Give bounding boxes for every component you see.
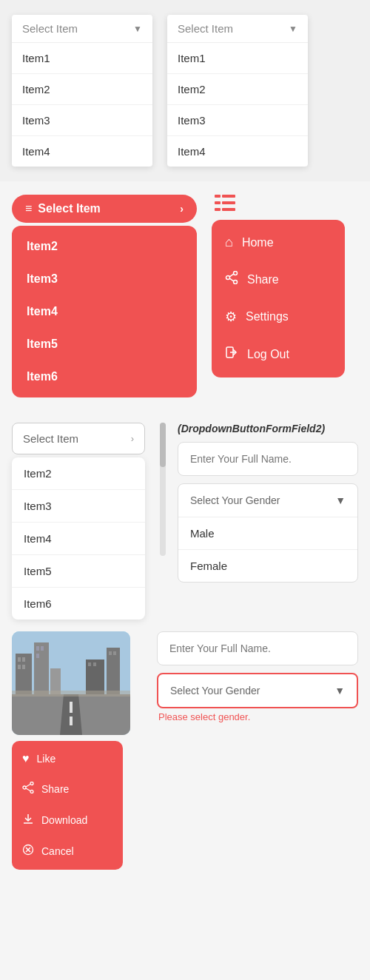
outlined-item-4[interactable]: Item5 <box>12 555 145 588</box>
gender-dropdown-label: Select Your Gender <box>190 494 280 506</box>
scrollbar[interactable] <box>160 423 166 556</box>
red-dropdown-container: ≡ Select Item › Item2 Item3 Item4 Item5 … <box>12 195 197 397</box>
svg-rect-3 <box>222 201 235 204</box>
dropdown-1-item-1[interactable]: Item1 <box>12 43 152 74</box>
scroll-thumb <box>160 423 166 467</box>
dropdown-2-arrow: ▼ <box>289 24 297 34</box>
list-icon: ≡ <box>25 202 32 215</box>
gender-error-label: Select Your Gender <box>170 685 260 697</box>
dropdown-2-header[interactable]: Select Item ▼ <box>167 15 308 43</box>
svg-rect-28 <box>88 662 91 666</box>
right-error-form: Select Your Gender ▼ Please select gende… <box>157 631 358 722</box>
share-icon <box>225 271 238 288</box>
section-image-actions: ♥ Like Share <box>0 631 370 882</box>
action-menu: ♥ Like Share <box>12 741 123 870</box>
left-outlined-dropdown: Select Item › Item2 Item3 Item4 Item5 It… <box>12 423 145 620</box>
gender-dropdown-header[interactable]: Select Your Gender ▼ <box>178 484 357 517</box>
red-dropdown-header[interactable]: ≡ Select Item › <box>12 195 197 223</box>
outlined-item-2[interactable]: Item3 <box>12 490 145 523</box>
gender-dropdown[interactable]: Select Your Gender ▼ Male Female <box>178 483 358 583</box>
svg-rect-24 <box>36 646 39 651</box>
red-item-4[interactable]: Item5 <box>12 328 197 360</box>
action-download-label: Download <box>41 814 87 826</box>
menu-item-settings[interactable]: ⚙ Settings <box>212 298 345 335</box>
svg-point-37 <box>30 791 33 793</box>
svg-rect-19 <box>18 657 21 662</box>
white-dropdown-2[interactable]: Select Item ▼ Item1 Item2 Item3 Item4 <box>167 15 308 167</box>
outlined-dropdown-chevron: › <box>131 433 134 444</box>
svg-rect-31 <box>109 651 112 655</box>
svg-rect-16 <box>70 702 73 713</box>
action-like[interactable]: ♥ Like <box>12 744 123 773</box>
dropdown-2-item-2[interactable]: Item2 <box>167 74 308 105</box>
dropdown-1-item-4[interactable]: Item4 <box>12 136 152 167</box>
svg-rect-26 <box>36 654 39 658</box>
action-share[interactable]: Share <box>12 773 123 805</box>
dropdown-1-item-3[interactable]: Item3 <box>12 105 152 136</box>
outlined-dropdown-label: Select Item <box>23 432 78 445</box>
dropdown-2-label: Select Item <box>178 22 233 35</box>
dropdown-2-item-4[interactable]: Item4 <box>167 136 308 167</box>
dropdown-1-item-2[interactable]: Item2 <box>12 74 152 105</box>
outlined-item-5[interactable]: Item6 <box>12 588 145 620</box>
svg-point-7 <box>226 276 230 280</box>
full-name-input-2[interactable] <box>157 631 358 665</box>
svg-line-38 <box>26 785 30 788</box>
outlined-item-3[interactable]: Item4 <box>12 523 145 555</box>
section-form: Select Item › Item2 Item3 Item4 Item5 It… <box>0 411 370 631</box>
red-item-1[interactable]: Item2 <box>12 230 197 263</box>
red-item-3[interactable]: Item4 <box>12 295 197 328</box>
gender-error-dropdown[interactable]: Select Your Gender ▼ <box>157 673 358 708</box>
cancel-icon <box>22 844 34 859</box>
red-dropdown-body: Item2 Item3 Item4 Item5 Item6 <box>12 226 197 397</box>
menu-logout-label: Log Out <box>247 348 289 361</box>
menu-item-home[interactable]: ⌂ Home <box>212 224 345 261</box>
dropdown-1-header[interactable]: Select Item ▼ <box>12 15 152 43</box>
svg-rect-34 <box>12 691 130 697</box>
menu-share-label: Share <box>247 273 279 286</box>
menu-item-logout[interactable]: Log Out <box>212 335 345 373</box>
svg-point-6 <box>234 272 238 275</box>
action-share-label: Share <box>41 783 69 795</box>
right-form: (DropdownButtonFormField2) Select Your G… <box>178 423 358 585</box>
action-cancel[interactable]: Cancel <box>12 836 123 867</box>
gender-option-female[interactable]: Female <box>178 550 357 582</box>
red-item-2[interactable]: Item3 <box>12 263 197 295</box>
svg-rect-1 <box>222 195 235 198</box>
share-action-icon <box>22 782 34 796</box>
action-download[interactable]: Download <box>12 805 123 836</box>
red-item-5[interactable]: Item6 <box>12 360 197 393</box>
menu-settings-label: Settings <box>246 310 289 323</box>
menu-home-label: Home <box>242 236 274 249</box>
home-icon: ⌂ <box>225 235 233 250</box>
svg-rect-21 <box>18 665 21 669</box>
svg-rect-32 <box>113 651 116 655</box>
svg-point-8 <box>234 281 238 284</box>
settings-icon: ⚙ <box>225 309 237 325</box>
section-white-dropdowns: Select Item ▼ Item1 Item2 Item3 Item4 Se… <box>0 0 370 181</box>
gender-dropdown-body: Male Female <box>178 517 357 582</box>
hamburger-icon[interactable] <box>212 195 345 215</box>
svg-rect-29 <box>93 662 96 666</box>
image-action-container: ♥ Like Share <box>12 631 145 870</box>
action-cancel-label: Cancel <box>41 845 74 857</box>
city-image <box>12 631 130 735</box>
gender-error-header[interactable]: Select Your Gender ▼ <box>158 674 357 707</box>
outlined-dropdown-header[interactable]: Select Item › <box>12 423 145 454</box>
menu-item-share[interactable]: Share <box>212 261 345 298</box>
gender-error-message: Please select gender. <box>157 711 358 722</box>
svg-marker-15 <box>60 694 82 735</box>
gender-option-male[interactable]: Male <box>178 517 357 550</box>
dropdown-2-item-3[interactable]: Item3 <box>167 105 308 136</box>
outlined-dropdown-body: Item2 Item3 Item4 Item5 Item6 <box>12 457 145 620</box>
white-dropdown-1[interactable]: Select Item ▼ Item1 Item2 Item3 Item4 <box>12 15 152 167</box>
red-dropdown-label: Select Item <box>38 202 100 215</box>
outlined-item-1[interactable]: Item2 <box>12 457 145 490</box>
svg-rect-17 <box>70 716 73 725</box>
full-name-input[interactable] <box>178 442 358 476</box>
gender-dropdown-arrow: ▼ <box>335 494 346 506</box>
svg-line-39 <box>26 788 30 791</box>
svg-point-36 <box>23 786 26 789</box>
logout-icon <box>225 346 238 363</box>
dropdown-2-item-1[interactable]: Item1 <box>167 43 308 74</box>
